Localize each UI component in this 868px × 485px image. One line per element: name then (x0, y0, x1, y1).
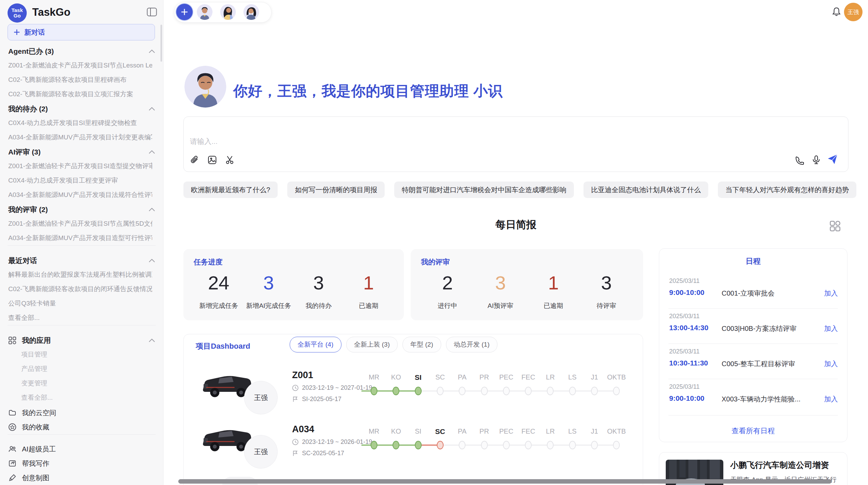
conversation-item[interactable]: Z001-全新燃油轻卡产品开发项目SI造型提交物评审 (8, 159, 152, 173)
user-avatar[interactable]: 王强 (844, 3, 863, 21)
microphone-icon[interactable] (811, 155, 821, 165)
card-title: 任务进度 (194, 257, 394, 267)
sidebar-item-creative-draw[interactable]: 创意制图 (8, 471, 155, 485)
milestone-dot[interactable] (459, 441, 466, 449)
app-link-project-mgmt[interactable]: 项目管理 (21, 347, 152, 362)
conversation-item[interactable]: A034-全新新能源MUV产品开发项目计划变更表编写 (8, 130, 152, 145)
flag-icon (292, 396, 299, 402)
stat-my-todo: 3我的待办 (294, 272, 344, 310)
conversation-item[interactable]: A034-全新新能源MUV产品开发项目法规符合性评审 (8, 188, 152, 202)
milestone-dot[interactable] (459, 387, 466, 395)
new-chat-button[interactable]: 新对话 (8, 24, 155, 40)
project-name[interactable]: Z001 (292, 370, 313, 381)
suggestion-chip[interactable]: 特朗普可能对进口汽车增税会对中国车企造成哪些影响 (394, 182, 574, 198)
conversation-item[interactable]: C02-飞腾新能源轻客改款项目里程碑画布 (8, 73, 152, 87)
sidebar-item-ai-staff[interactable]: AI超级员工 (8, 442, 155, 456)
sidebar-item-cloud-space[interactable]: 我的云空间 (8, 406, 155, 420)
agent-avatar-2[interactable] (220, 4, 236, 20)
suggestion-chip[interactable]: 欧洲新规最近颁布了什么? (183, 182, 278, 198)
sidebar-item-label: 创意制图 (22, 473, 49, 483)
chevron-up-icon[interactable] (149, 107, 155, 111)
section-recent-chats[interactable]: 最近对话 (8, 253, 155, 268)
milestone-dot[interactable] (547, 387, 554, 395)
milestone-dot[interactable] (393, 387, 399, 395)
voice-call-icon[interactable] (795, 156, 805, 166)
milestone-dot[interactable] (547, 441, 554, 449)
suggestion-chip[interactable]: 比亚迪全固态电池计划具体说了什么 (583, 182, 708, 198)
briefing-layout-icon[interactable] (828, 219, 843, 234)
section-ai-review[interactable]: AI评审 (3) (8, 145, 155, 160)
conversation-item[interactable]: Z001-全新燃油轻卡产品开发项目SI节点属性5D文件评审 (8, 216, 152, 231)
section-my-review[interactable]: 我的评审 (2) (8, 202, 155, 217)
milestone-dot[interactable] (371, 387, 377, 395)
milestone-dot[interactable] (481, 387, 488, 395)
milestone-dot[interactable] (569, 441, 576, 449)
suggestion-chip[interactable]: 当下年轻人对汽车外观有怎样的喜好趋势 (718, 182, 856, 198)
chevron-up-icon[interactable] (149, 339, 155, 342)
notifications-bell-icon[interactable] (831, 6, 842, 17)
milestone-dot[interactable] (525, 387, 532, 395)
chevron-up-icon[interactable] (149, 50, 155, 53)
milestone-dot[interactable] (437, 387, 444, 395)
join-meeting-link[interactable]: 加入 (816, 359, 838, 369)
agent-avatar-1[interactable] (197, 4, 213, 20)
conversation-item[interactable]: C0X4-动力总成开发项目工程变更评审 (8, 173, 152, 188)
milestone-dot[interactable] (525, 441, 532, 449)
send-icon[interactable] (827, 153, 839, 165)
chevron-up-icon[interactable] (149, 259, 155, 262)
milestone-dot[interactable] (415, 387, 422, 395)
sidebar-item-help-write[interactable]: 帮我写作 (8, 456, 155, 471)
suggestion-chip[interactable]: 如何写一份清晰的项目周报 (287, 182, 385, 198)
conversation-item[interactable]: C02-飞腾新能源轻客改款项目立项汇报方案 (8, 87, 152, 101)
conversation-item[interactable]: 解释最新出台的欧盟报废车法规再生塑料比例被调至15%... (8, 268, 152, 282)
section-my-apps[interactable]: 我的应用 (8, 333, 155, 348)
tab-new-body[interactable]: 全新上装 (3) (346, 337, 398, 352)
milestone-dot[interactable] (591, 441, 598, 449)
milestone-dot[interactable] (481, 441, 488, 449)
add-agent-button[interactable] (176, 4, 193, 20)
section-agent-done[interactable]: Agent已办 (3) (8, 44, 155, 59)
milestone-dot[interactable] (613, 441, 620, 449)
sidebar-collapse-icon[interactable] (147, 8, 157, 16)
scissors-icon[interactable] (225, 155, 235, 165)
milestone-dot[interactable] (503, 387, 510, 395)
milestone-dot[interactable] (613, 387, 620, 395)
app-link-change-mgmt[interactable]: 变更管理 (21, 376, 152, 390)
chat-input[interactable] (189, 134, 671, 149)
horizontal-scrollbar[interactable] (178, 479, 832, 484)
milestone-label: LR (538, 427, 562, 435)
conversation-item[interactable]: 公司Q3轻卡销量 (8, 296, 152, 311)
tab-all-new-platform[interactable]: 全新平台 (4) (290, 337, 341, 352)
view-all-chats-link[interactable]: 查看全部... (8, 311, 152, 325)
conversation-item[interactable]: Z001-全新燃油皮卡产品开发项目SI节点Lesson Learn报告 (8, 58, 152, 73)
milestone-dot[interactable] (569, 387, 576, 395)
attachment-icon[interactable] (189, 155, 200, 165)
image-upload-icon[interactable] (207, 155, 217, 165)
join-meeting-link[interactable]: 加入 (816, 289, 838, 298)
milestone-dot[interactable] (591, 387, 598, 395)
app-link-product-mgmt[interactable]: 产品管理 (21, 362, 152, 376)
conversation-item[interactable]: C0X4-动力总成开发项目SI里程碑提交物检查 (8, 116, 152, 130)
divider (8, 325, 156, 325)
chevron-up-icon[interactable] (149, 208, 155, 211)
project-name[interactable]: A034 (292, 424, 314, 435)
chevron-up-icon[interactable] (149, 150, 155, 154)
section-my-todo[interactable]: 我的待办 (2) (8, 101, 155, 116)
milestone-dot[interactable] (393, 441, 399, 449)
milestone-dot[interactable] (503, 441, 510, 449)
join-meeting-link[interactable]: 加入 (816, 324, 838, 333)
conversation-item[interactable]: A034-全新新能源MUV产品开发项目造型可行性评审 (8, 231, 152, 245)
milestone-dot[interactable] (437, 441, 444, 449)
milestone-dot[interactable] (415, 441, 422, 449)
conversation-item[interactable]: C02-飞腾新能源轻客改款项目的闭环通告反馈情况 (8, 282, 152, 296)
plus-icon (180, 8, 189, 16)
tab-powertrain[interactable]: 动总开发 (1) (446, 337, 498, 352)
tab-year-model[interactable]: 年型 (2) (402, 337, 441, 352)
view-all-apps-link[interactable]: 查看全部... (21, 390, 152, 405)
sidebar-item-favorites[interactable]: 我的收藏 (8, 420, 155, 434)
milestone-dot[interactable] (371, 441, 377, 449)
sidebar-scrollbar[interactable] (160, 25, 162, 62)
agent-avatar-3[interactable] (243, 4, 259, 20)
join-meeting-link[interactable]: 加入 (816, 395, 838, 404)
view-all-schedule-link[interactable]: 查看所有日程 (659, 426, 847, 436)
